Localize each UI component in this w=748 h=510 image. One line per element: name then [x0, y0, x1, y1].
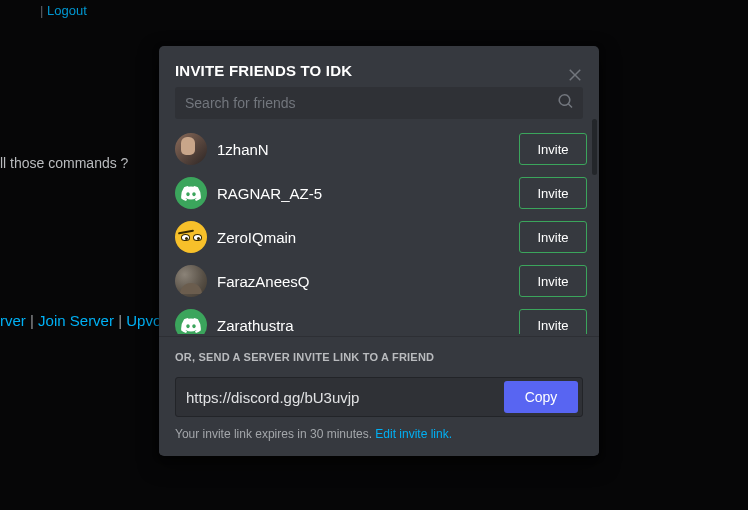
friend-username: FarazAneesQ: [217, 273, 509, 290]
copy-button[interactable]: Copy: [504, 381, 578, 413]
friend-row: ZeroIQmainInvite: [175, 215, 587, 259]
friend-row: ZarathustraInvite: [175, 303, 587, 334]
friend-username: Zarathustra: [217, 317, 509, 334]
scrollbar-thumb[interactable]: [592, 119, 597, 175]
close-button[interactable]: [563, 62, 587, 86]
bg-top-logout[interactable]: Logout: [47, 3, 87, 18]
friend-row: FarazAneesQInvite: [175, 259, 587, 303]
expire-note: Your invite link expires in 30 minutes. …: [175, 427, 583, 441]
bg-top-sep: |: [40, 3, 47, 18]
avatar: [175, 265, 207, 297]
bg-top-links: | Logout: [40, 3, 87, 18]
avatar: [175, 177, 207, 209]
bg-bottom-links: rver | Join Server | Upvote: [0, 312, 174, 329]
bg-sep-2: |: [118, 312, 126, 329]
bg-question-text: ll those commands ?: [0, 155, 128, 171]
friend-username: 1zhanN: [217, 141, 509, 158]
search-input[interactable]: [175, 87, 583, 119]
invite-link-row: Copy: [175, 377, 583, 417]
close-icon: [566, 65, 584, 83]
friend-row: 1zhanNInvite: [175, 127, 587, 171]
search-container: [175, 87, 583, 119]
avatar: [175, 221, 207, 253]
avatar: [175, 309, 207, 334]
modal-footer: OR, SEND A SERVER INVITE LINK TO A FRIEN…: [159, 337, 599, 455]
friend-username: ZeroIQmain: [217, 229, 509, 246]
edit-invite-link[interactable]: Edit invite link.: [375, 427, 452, 441]
expire-text: Your invite link expires in 30 minutes.: [175, 427, 375, 441]
footer-label: OR, SEND A SERVER INVITE LINK TO A FRIEN…: [175, 351, 583, 363]
friend-username: RAGNAR_AZ-5: [217, 185, 509, 202]
invite-friends-modal: INVITE FRIENDS TO IDK 1zhanNInviteRAGNAR…: [159, 46, 599, 456]
modal-header: INVITE FRIENDS TO IDK: [159, 46, 599, 87]
invite-button[interactable]: Invite: [519, 133, 587, 165]
invite-button[interactable]: Invite: [519, 309, 587, 334]
bg-sep-1: |: [30, 312, 38, 329]
bg-link-server[interactable]: rver: [0, 312, 26, 329]
bg-link-join-server[interactable]: Join Server: [38, 312, 114, 329]
modal-title: INVITE FRIENDS TO IDK: [175, 62, 583, 79]
invite-button[interactable]: Invite: [519, 265, 587, 297]
invite-link-input[interactable]: [186, 389, 504, 406]
invite-button[interactable]: Invite: [519, 221, 587, 253]
friend-row: RAGNAR_AZ-5Invite: [175, 171, 587, 215]
friend-list[interactable]: 1zhanNInviteRAGNAR_AZ-5InviteZeroIQmainI…: [159, 119, 599, 334]
invite-button[interactable]: Invite: [519, 177, 587, 209]
avatar: [175, 133, 207, 165]
